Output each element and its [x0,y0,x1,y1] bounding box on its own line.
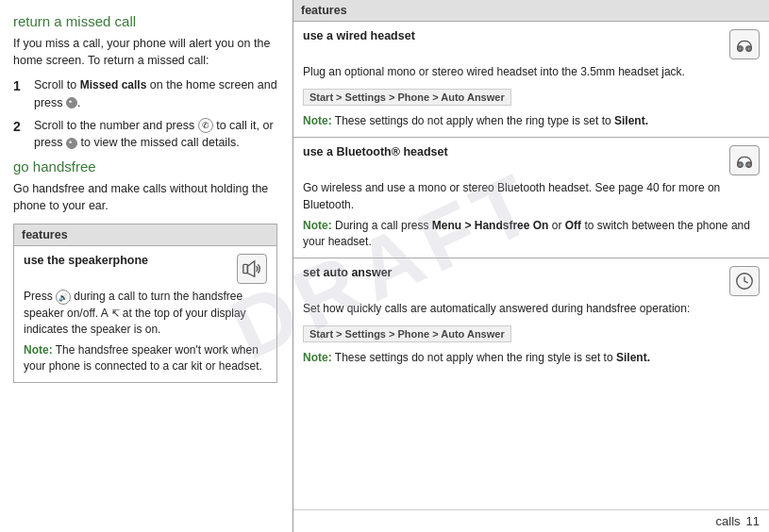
bt-note-mid: or [548,219,564,232]
menu-path-text-1: Start > Settings > Phone > Auto Answer [309,91,505,103]
section1-intro: If you miss a call, your phone will aler… [13,35,277,69]
note-label-4: Note: [303,351,332,364]
menu-path-text-2: Start > Settings > Phone > Auto Answer [309,328,505,340]
wired-headset-body: Plug an optional mono or stereo wired he… [303,64,760,80]
left-features-header: features [14,224,276,246]
missed-calls-bold: Missed calls [80,78,147,91]
auto-answer-icon [729,266,760,296]
bluetooth-headset-title: use a Bluetooth® headset [303,145,448,158]
step-1: 1 Scroll to Missed calls on the home scr… [13,76,277,111]
bluetooth-headset-body: Go wireless and use a mono or stereo Blu… [303,180,760,213]
svg-marker-1 [247,261,254,277]
left-features-box: features use the speakerphone Press 🔊 [13,224,277,383]
step-1-num: 1 [13,76,30,95]
auto-answer-body: Set how quickly calls are automatically … [303,301,760,317]
step-2-num: 2 [13,117,30,136]
bt-note-bold2: Off [565,219,581,232]
section2-body: Go handsfree and make calls without hold… [13,180,277,214]
auto-note-text: These settings do not apply when the rin… [335,351,616,364]
steps-list: 1 Scroll to Missed calls on the home scr… [13,76,277,151]
bluetooth-headset-section: use a Bluetooth® headset ⬦ [293,138,769,258]
section1-title: return a missed call [13,13,277,29]
svg-rect-9 [747,163,750,167]
wired-headset-icon [729,29,760,59]
section2-title: go handsfree [13,158,277,175]
wired-headset-section: use a wired headset Plug an optional m [293,22,769,138]
bt-note-text: During a call press [335,219,432,232]
wired-note-text: These settings do not apply when the rin… [335,114,614,127]
auto-answer-menu-path: Start > Settings > Phone > Auto Answer [303,325,511,342]
note-label-2: Note: [303,114,332,127]
right-content: features use a wired headset [293,0,769,509]
bluetooth-headset-title-row: use a Bluetooth® headset ⬦ [303,145,760,175]
nav-dot-icon-2 [66,138,77,149]
step-1-text: Scroll to Missed calls on the home scree… [34,76,277,111]
footer-label: calls [716,514,741,528]
svg-rect-4 [739,47,742,51]
svg-rect-0 [243,265,248,274]
speaker-key-icon: 🔊 [56,290,71,305]
speakerphone-title: use the speakerphone [24,254,148,267]
note-label-1: Note: [24,343,53,357]
call-key-icon: ✆ [198,118,213,133]
note-label-3: Note: [303,219,332,232]
page-footer: calls 11 [293,509,769,532]
bt-note-bold1: Menu > Handsfree On [432,219,549,232]
auto-note-bold: Silent. [616,351,650,364]
svg-rect-5 [747,47,750,51]
auto-answer-section: set auto answer Set how quickly calls ar… [293,258,769,374]
wired-headset-title-row: use a wired headset [303,29,760,59]
speakerphone-body: Press 🔊 during a call to turn the handsf… [24,289,267,338]
auto-answer-note: Note: These settings do not apply when t… [303,350,760,366]
right-features-header: features [293,0,769,22]
wired-headset-note: Note: These settings do not apply when t… [303,113,760,129]
wired-headset-menu-path: Start > Settings > Phone > Auto Answer [303,89,511,106]
speakerphone-title-row: use the speakerphone [24,254,267,284]
right-column: features use a wired headset [293,0,769,532]
svg-text:⬦: ⬦ [743,162,746,169]
bluetooth-headset-note: Note: During a call press Menu > Handsfr… [303,218,760,250]
nav-dot-icon [66,97,77,108]
left-column: return a missed call If you miss a call,… [0,0,293,532]
footer-page-num: 11 [746,514,760,528]
wired-note-bold: Silent. [614,114,648,127]
bluetooth-headset-icon: ⬦ [729,145,760,175]
step-2: 2 Scroll to the number and press ✆ to ca… [13,117,277,151]
speakerphone-icon [237,254,267,284]
right-features-box: features use a wired headset [293,0,769,374]
svg-rect-8 [739,163,742,167]
wired-headset-title: use a wired headset [303,29,415,42]
step-2-text: Scroll to the number and press ✆ to call… [34,117,277,151]
auto-answer-title: set auto answer [303,266,392,279]
speakerphone-section: use the speakerphone Press 🔊 during a ca… [14,246,276,382]
speakerphone-note: Note: The handsfree speaker won't work w… [24,342,267,374]
auto-answer-title-row: set auto answer [303,266,760,296]
